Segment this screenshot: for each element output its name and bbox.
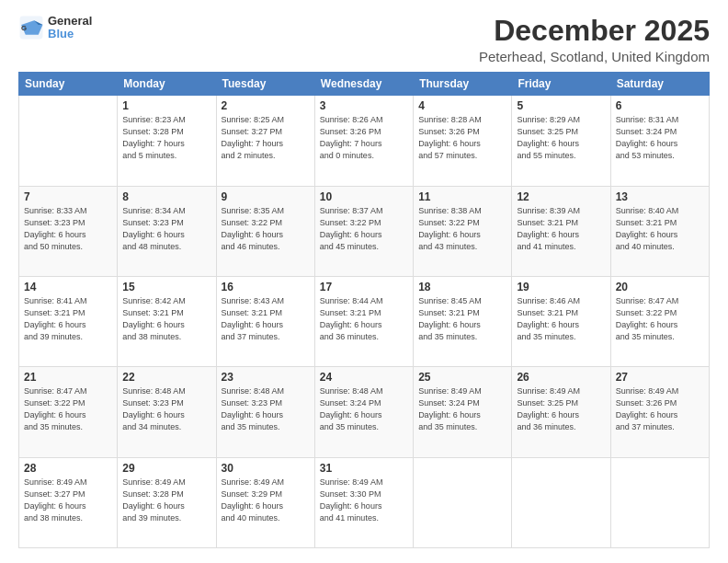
day-info: Sunrise: 8:25 AMSunset: 3:27 PMDaylight:… <box>222 114 310 162</box>
day-number: 27 <box>616 371 704 384</box>
day-number: 10 <box>320 190 408 203</box>
calendar-cell: 30Sunrise: 8:49 AMSunset: 3:29 PMDayligh… <box>216 457 314 547</box>
day-number: 4 <box>418 99 506 112</box>
day-info: Sunrise: 8:46 AMSunset: 3:21 PMDaylight:… <box>517 295 605 343</box>
day-number: 29 <box>122 462 210 475</box>
day-number: 5 <box>517 99 605 112</box>
week-row-3: 14Sunrise: 8:41 AMSunset: 3:21 PMDayligh… <box>19 276 710 366</box>
day-info: Sunrise: 8:49 AMSunset: 3:28 PMDaylight:… <box>122 477 210 524</box>
day-number: 12 <box>517 190 605 203</box>
day-number: 13 <box>616 190 704 203</box>
calendar-cell: 14Sunrise: 8:41 AMSunset: 3:21 PMDayligh… <box>19 276 118 366</box>
calendar-cell: 3Sunrise: 8:26 AMSunset: 3:26 PMDaylight… <box>314 96 413 186</box>
calendar-cell: 13Sunrise: 8:40 AMSunset: 3:21 PMDayligh… <box>610 186 709 276</box>
calendar-cell <box>512 457 610 547</box>
day-info: Sunrise: 8:33 AMSunset: 3:23 PMDaylight:… <box>24 205 112 253</box>
col-header-tuesday: Tuesday <box>216 73 314 96</box>
calendar-cell: 15Sunrise: 8:42 AMSunset: 3:21 PMDayligh… <box>118 276 216 366</box>
calendar-cell: 6Sunrise: 8:31 AMSunset: 3:24 PMDaylight… <box>610 96 709 186</box>
header-row: SundayMondayTuesdayWednesdayThursdayFrid… <box>19 73 710 96</box>
day-number: 11 <box>418 190 506 203</box>
day-info: Sunrise: 8:49 AMSunset: 3:29 PMDaylight:… <box>222 477 310 524</box>
calendar-cell: 26Sunrise: 8:49 AMSunset: 3:25 PMDayligh… <box>512 367 610 457</box>
day-info: Sunrise: 8:48 AMSunset: 3:23 PMDaylight:… <box>122 385 210 433</box>
day-info: Sunrise: 8:42 AMSunset: 3:21 PMDaylight:… <box>122 295 210 343</box>
logo: G General Blue <box>18 15 92 41</box>
day-number: 21 <box>24 371 112 384</box>
day-info: Sunrise: 8:37 AMSunset: 3:22 PMDaylight:… <box>320 205 408 253</box>
day-number: 20 <box>616 281 704 293</box>
day-number: 1 <box>122 99 210 112</box>
page: G General Blue December 2025 Peterhead, … <box>0 0 728 563</box>
calendar-cell: 23Sunrise: 8:48 AMSunset: 3:23 PMDayligh… <box>216 367 314 457</box>
calendar-cell: 24Sunrise: 8:48 AMSunset: 3:24 PMDayligh… <box>314 367 413 457</box>
day-number: 28 <box>24 462 112 475</box>
day-info: Sunrise: 8:28 AMSunset: 3:26 PMDaylight:… <box>418 114 506 162</box>
day-info: Sunrise: 8:49 AMSunset: 3:24 PMDaylight:… <box>418 385 506 433</box>
day-info: Sunrise: 8:49 AMSunset: 3:25 PMDaylight:… <box>517 385 605 433</box>
logo-line1: General <box>48 15 92 28</box>
col-header-saturday: Saturday <box>610 73 709 96</box>
day-number: 31 <box>320 462 408 475</box>
day-info: Sunrise: 8:26 AMSunset: 3:26 PMDaylight:… <box>320 114 408 162</box>
calendar-cell: 20Sunrise: 8:47 AMSunset: 3:22 PMDayligh… <box>610 276 709 366</box>
day-info: Sunrise: 8:48 AMSunset: 3:24 PMDaylight:… <box>320 385 408 433</box>
day-info: Sunrise: 8:49 AMSunset: 3:30 PMDaylight:… <box>320 477 408 524</box>
week-row-4: 21Sunrise: 8:47 AMSunset: 3:22 PMDayligh… <box>19 367 710 457</box>
day-info: Sunrise: 8:31 AMSunset: 3:24 PMDaylight:… <box>616 114 704 162</box>
main-title: December 2025 <box>479 15 710 47</box>
calendar-cell: 29Sunrise: 8:49 AMSunset: 3:28 PMDayligh… <box>118 457 216 547</box>
calendar-cell: 16Sunrise: 8:43 AMSunset: 3:21 PMDayligh… <box>216 276 314 366</box>
day-number: 7 <box>24 190 112 203</box>
day-number: 30 <box>222 462 310 475</box>
day-number: 18 <box>418 281 506 293</box>
day-info: Sunrise: 8:23 AMSunset: 3:28 PMDaylight:… <box>122 114 210 162</box>
subtitle: Peterhead, Scotland, United Kingdom <box>479 49 710 64</box>
day-info: Sunrise: 8:40 AMSunset: 3:21 PMDaylight:… <box>616 205 704 253</box>
calendar-cell <box>414 457 512 547</box>
week-row-2: 7Sunrise: 8:33 AMSunset: 3:23 PMDaylight… <box>19 186 710 276</box>
day-number: 24 <box>320 371 408 384</box>
calendar-table: SundayMondayTuesdayWednesdayThursdayFrid… <box>18 72 710 548</box>
calendar-cell: 4Sunrise: 8:28 AMSunset: 3:26 PMDaylight… <box>414 96 512 186</box>
day-number: 6 <box>616 99 704 112</box>
day-info: Sunrise: 8:41 AMSunset: 3:21 PMDaylight:… <box>24 295 112 343</box>
day-number: 8 <box>122 190 210 203</box>
col-header-thursday: Thursday <box>414 73 512 96</box>
calendar-cell: 22Sunrise: 8:48 AMSunset: 3:23 PMDayligh… <box>118 367 216 457</box>
logo-icon: G <box>18 15 44 40</box>
col-header-sunday: Sunday <box>19 73 118 96</box>
svg-text:G: G <box>21 24 27 32</box>
week-row-5: 28Sunrise: 8:49 AMSunset: 3:27 PMDayligh… <box>19 457 710 547</box>
day-number: 2 <box>222 99 310 112</box>
calendar-cell: 8Sunrise: 8:34 AMSunset: 3:23 PMDaylight… <box>118 186 216 276</box>
calendar-cell <box>610 457 709 547</box>
day-info: Sunrise: 8:48 AMSunset: 3:23 PMDaylight:… <box>222 385 310 433</box>
day-info: Sunrise: 8:38 AMSunset: 3:22 PMDaylight:… <box>418 205 506 253</box>
logo-text: General Blue <box>48 15 92 41</box>
calendar-cell: 25Sunrise: 8:49 AMSunset: 3:24 PMDayligh… <box>414 367 512 457</box>
calendar-cell: 5Sunrise: 8:29 AMSunset: 3:25 PMDaylight… <box>512 96 610 186</box>
day-number: 3 <box>320 99 408 112</box>
day-number: 23 <box>222 371 310 384</box>
title-section: December 2025 Peterhead, Scotland, Unite… <box>479 15 710 64</box>
day-number: 15 <box>122 281 210 293</box>
calendar-cell: 11Sunrise: 8:38 AMSunset: 3:22 PMDayligh… <box>414 186 512 276</box>
calendar-cell: 28Sunrise: 8:49 AMSunset: 3:27 PMDayligh… <box>19 457 118 547</box>
day-info: Sunrise: 8:34 AMSunset: 3:23 PMDaylight:… <box>122 205 210 253</box>
day-number: 25 <box>418 371 506 384</box>
day-info: Sunrise: 8:49 AMSunset: 3:26 PMDaylight:… <box>616 385 704 433</box>
day-info: Sunrise: 8:39 AMSunset: 3:21 PMDaylight:… <box>517 205 605 253</box>
day-number: 9 <box>222 190 310 203</box>
col-header-friday: Friday <box>512 73 610 96</box>
day-info: Sunrise: 8:29 AMSunset: 3:25 PMDaylight:… <box>517 114 605 162</box>
calendar-cell: 12Sunrise: 8:39 AMSunset: 3:21 PMDayligh… <box>512 186 610 276</box>
calendar-cell: 10Sunrise: 8:37 AMSunset: 3:22 PMDayligh… <box>314 186 413 276</box>
day-info: Sunrise: 8:45 AMSunset: 3:21 PMDaylight:… <box>418 295 506 343</box>
col-header-monday: Monday <box>118 73 216 96</box>
calendar-cell: 19Sunrise: 8:46 AMSunset: 3:21 PMDayligh… <box>512 276 610 366</box>
day-info: Sunrise: 8:44 AMSunset: 3:21 PMDaylight:… <box>320 295 408 343</box>
calendar-cell: 21Sunrise: 8:47 AMSunset: 3:22 PMDayligh… <box>19 367 118 457</box>
calendar-cell: 2Sunrise: 8:25 AMSunset: 3:27 PMDaylight… <box>216 96 314 186</box>
calendar-cell: 27Sunrise: 8:49 AMSunset: 3:26 PMDayligh… <box>610 367 709 457</box>
